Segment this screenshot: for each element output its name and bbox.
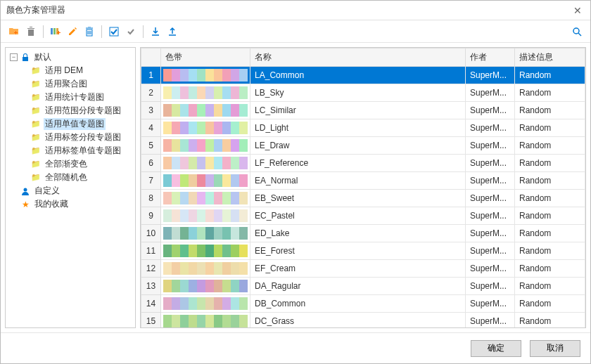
table-row[interactable]: 13 DA_Ragular SuperM... Random — [141, 278, 585, 295]
folder-icon — [31, 106, 41, 116]
folder-icon — [31, 173, 41, 183]
cell-desc: Random — [515, 155, 585, 172]
table-row[interactable]: 11 EE_Forest SuperM... Random — [141, 242, 585, 260]
table-row[interactable]: 12 EF_Cream SuperM... Random — [141, 260, 585, 278]
tree-node-favorites[interactable]: ★我的收藏 — [7, 197, 134, 211]
table-row[interactable]: 3 LC_Similar SuperM... Random — [141, 102, 585, 119]
tree-node-item[interactable]: 全部随机色 — [7, 171, 134, 184]
palette-add-button[interactable] — [48, 24, 63, 39]
ok-button[interactable]: 确定 — [471, 340, 521, 357]
cell-desc: Random — [515, 137, 585, 155]
tree-node-item[interactable]: 适用统计专题图 — [7, 91, 134, 104]
separator — [143, 25, 144, 38]
table-row[interactable]: 9 EC_Pastel SuperM... Random — [141, 207, 585, 225]
folder-icon — [31, 66, 41, 76]
color-ramp — [163, 122, 248, 134]
delete-scheme-button[interactable] — [82, 24, 97, 39]
table-row[interactable]: 5 LE_Draw SuperM... Random — [141, 137, 585, 155]
cell-desc: Random — [515, 225, 585, 242]
cell-name: LF_Reference — [250, 155, 466, 172]
tree-node-item[interactable]: 适用范围分段专题图 — [7, 104, 134, 117]
row-number: 7 — [141, 172, 161, 190]
uncheck-button[interactable] — [123, 24, 139, 39]
table-row[interactable]: 10 ED_Lake SuperM... Random — [141, 225, 585, 242]
delete-button[interactable] — [23, 24, 39, 39]
cell-author: SuperM... — [466, 67, 515, 84]
color-ramp — [163, 174, 248, 187]
folder-icon — [31, 146, 41, 156]
tree-node-item[interactable]: 适用标签单值专题图 — [7, 144, 134, 157]
cell-desc: Random — [515, 172, 585, 190]
table-row[interactable]: 7 EA_Normal SuperM... Random — [141, 172, 585, 190]
col-author[interactable]: 作者 — [466, 48, 515, 67]
folder-icon — [31, 133, 41, 143]
window-title: 颜色方案管理器 — [6, 4, 571, 16]
search-button[interactable] — [569, 24, 585, 39]
row-number: 13 — [141, 278, 161, 295]
cell-name: DC_Grass — [250, 313, 466, 329]
cell-author: SuperM... — [466, 207, 515, 225]
table-row[interactable]: 4 LD_Light SuperM... Random — [141, 119, 585, 137]
cell-desc: Random — [515, 119, 585, 137]
cell-desc: Random — [515, 295, 585, 313]
cell-name: EF_Cream — [250, 260, 466, 278]
import-button[interactable] — [148, 24, 163, 39]
cell-ramp — [161, 137, 250, 155]
tree-node-root[interactable]: −默认 — [7, 51, 134, 64]
svg-point-5 — [573, 28, 579, 34]
col-ramp[interactable]: 色带 — [161, 48, 250, 67]
tree-node-item[interactable]: 全部渐变色 — [7, 157, 134, 171]
folder-icon — [31, 119, 41, 129]
edit-button[interactable] — [65, 24, 80, 39]
cell-ramp — [161, 190, 250, 207]
col-name[interactable]: 名称 — [250, 48, 466, 67]
folder-icon — [31, 93, 41, 103]
table-row[interactable]: 6 LF_Reference SuperM... Random — [141, 155, 585, 172]
cell-name: LA_Common — [250, 67, 466, 84]
cell-ramp — [161, 313, 250, 329]
cell-name: DA_Ragular — [250, 278, 466, 295]
tree-node-custom[interactable]: 自定义 — [7, 184, 134, 197]
table-panel[interactable]: 色带 名称 作者 描述信息 1 LA_Common SuperM... Rand… — [140, 47, 586, 328]
col-index[interactable] — [141, 48, 161, 67]
cell-author: SuperM... — [466, 295, 515, 313]
svg-rect-2 — [56, 28, 58, 34]
footer: 确定 取消 — [1, 332, 590, 363]
cell-name: EC_Pastel — [250, 207, 466, 225]
new-folder-button[interactable] — [6, 24, 22, 39]
tree-panel[interactable]: −默认适用 DEM适用聚合图适用统计专题图适用范围分段专题图适用单值专题图适用标… — [5, 47, 136, 328]
separator — [43, 25, 44, 38]
color-ramp — [163, 209, 248, 222]
tree-node-item[interactable]: 适用 DEM — [7, 64, 134, 77]
cell-author: SuperM... — [466, 155, 515, 172]
table-row[interactable]: 8 EB_Sweet SuperM... Random — [141, 190, 585, 207]
color-ramp — [163, 86, 248, 99]
svg-rect-1 — [53, 28, 56, 34]
star-icon: ★ — [20, 200, 30, 209]
table-row[interactable]: 2 LB_Sky SuperM... Random — [141, 84, 585, 102]
col-desc[interactable]: 描述信息 — [515, 48, 585, 67]
export-button[interactable] — [165, 24, 180, 39]
tree-node-item[interactable]: 适用标签分段专题图 — [7, 131, 134, 144]
cancel-button[interactable]: 取消 — [530, 340, 580, 357]
color-ramp — [163, 297, 248, 310]
color-ramp — [163, 245, 248, 257]
table-row[interactable]: 15 DC_Grass SuperM... Random — [141, 313, 585, 329]
close-button[interactable]: ✕ — [571, 4, 585, 18]
cell-name: LC_Similar — [250, 102, 466, 119]
collapse-icon[interactable]: − — [10, 53, 18, 61]
table-row[interactable]: 14 DB_Common SuperM... Random — [141, 295, 585, 313]
row-number: 3 — [141, 102, 161, 119]
tree-label: 我的收藏 — [33, 198, 70, 210]
check-button[interactable] — [106, 24, 122, 39]
color-ramp — [163, 192, 248, 204]
row-number: 11 — [141, 242, 161, 260]
cell-desc: Random — [515, 84, 585, 102]
tree-node-item[interactable]: 适用单值专题图 — [7, 117, 134, 131]
tree-label: 适用标签分段专题图 — [44, 131, 122, 143]
table-row[interactable]: 1 LA_Common SuperM... Random — [141, 67, 585, 84]
row-number: 6 — [141, 155, 161, 172]
cell-ramp — [161, 155, 250, 172]
tree-label: 适用标签单值专题图 — [44, 145, 122, 157]
tree-node-item[interactable]: 适用聚合图 — [7, 77, 134, 91]
